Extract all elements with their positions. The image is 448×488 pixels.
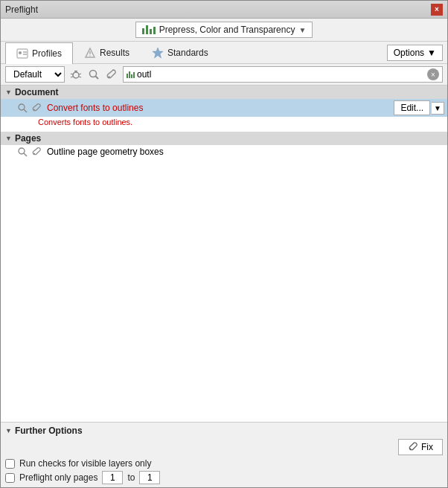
options-label: Options — [394, 48, 424, 58]
preflight-pages-label: Preflight only pages — [19, 472, 97, 483]
fix-label: Fix — [421, 442, 433, 452]
list-item-convert-fonts[interactable]: Convert fonts to outlines Edit... ▼ — [1, 99, 447, 117]
toolbar-icons — [68, 66, 120, 83]
fix-btn-row: Fix — [5, 439, 443, 455]
tab-results-label: Results — [100, 48, 129, 58]
svg-line-16 — [96, 77, 99, 80]
preset-label: Prepress, Color and Transparency — [159, 25, 295, 35]
svg-rect-0 — [17, 49, 28, 58]
pages-arrow: ▼ — [5, 135, 12, 142]
search-icon — [88, 68, 100, 80]
search-small-icon — [17, 103, 28, 113]
convert-fonts-label: Convert fonts to outlines — [47, 103, 389, 113]
options-arrow: ▼ — [427, 48, 436, 58]
bar-chart-icon — [142, 25, 156, 34]
title-bar: Preflight × — [1, 1, 447, 19]
svg-point-17 — [108, 76, 109, 77]
tab-profiles-label: Profiles — [32, 48, 62, 59]
edit-btn-row: Edit... ▼ — [394, 100, 444, 115]
tabs-container: Profiles Results Standards — [5, 42, 220, 63]
fix-button[interactable]: Fix — [398, 439, 443, 455]
edit-button[interactable]: Edit... — [394, 100, 430, 115]
search-input-wrap: × — [123, 66, 443, 83]
options-button[interactable]: Options ▼ — [387, 45, 443, 61]
fix-wrench-icon — [408, 442, 418, 452]
svg-line-13 — [79, 77, 81, 77]
svg-line-11 — [79, 74, 81, 74]
convert-fonts-sub: Converts fonts to outlines. — [1, 117, 447, 129]
list-item-outline-page[interactable]: Outline page geometry boxes — [1, 145, 447, 158]
preset-dropdown[interactable]: Prepress, Color and Transparency ▼ — [135, 22, 313, 38]
further-options-panel: ▼ Further Options Fix Run checks for vis… — [1, 422, 447, 487]
bug-icon — [70, 68, 82, 80]
page-range-row: Preflight only pages to — [5, 471, 443, 484]
svg-line-19 — [24, 109, 27, 112]
wrench-small-icon2 — [32, 147, 42, 157]
search-bar-icon — [127, 71, 135, 78]
bug-icon-btn[interactable] — [68, 66, 84, 83]
tab-standards-label: Standards — [167, 48, 208, 58]
document-section-header[interactable]: ▼ Document — [1, 86, 447, 99]
preset-arrow: ▼ — [298, 26, 306, 34]
page-to-input[interactable] — [139, 471, 160, 484]
svg-point-1 — [19, 51, 22, 54]
page-to-label: to — [127, 472, 135, 483]
search-row: Default — [1, 64, 447, 86]
search-small-icon2 — [17, 147, 28, 157]
run-checks-label: Run checks for visible layers only — [19, 458, 151, 469]
preflight-pages-checkbox[interactable] — [5, 473, 15, 483]
content-area: ▼ Document Convert fonts to outlines Edi… — [1, 86, 447, 422]
tab-results[interactable]: Results — [73, 42, 141, 63]
svg-marker-7 — [153, 48, 163, 58]
tab-profiles[interactable]: Profiles — [5, 42, 73, 64]
svg-point-8 — [73, 72, 79, 78]
further-options-header[interactable]: ▼ Further Options — [5, 426, 443, 436]
tabs-row: Profiles Results Standards Options — [1, 42, 447, 64]
standards-icon — [152, 47, 164, 59]
svg-point-21 — [19, 148, 25, 154]
tab-standards[interactable]: Standards — [141, 42, 220, 63]
results-icon — [84, 47, 96, 59]
svg-line-10 — [71, 74, 73, 74]
profile-select[interactable]: Default — [5, 66, 65, 83]
outline-page-label: Outline page geometry boxes — [47, 147, 443, 157]
wrench-icon — [106, 68, 118, 80]
wrench-small-icon — [32, 103, 42, 113]
svg-point-15 — [90, 71, 97, 77]
close-button[interactable]: × — [431, 4, 443, 16]
document-section-label: Document — [15, 87, 59, 97]
search-input[interactable] — [137, 69, 425, 80]
svg-point-18 — [19, 104, 25, 110]
wrench-icon-btn[interactable] — [103, 66, 120, 83]
preflight-window: Preflight × Prepress, Color and Transpar… — [0, 0, 448, 488]
further-options-arrow: ▼ — [5, 427, 12, 434]
clear-search-button[interactable]: × — [427, 68, 439, 80]
pages-section-label: Pages — [15, 133, 41, 144]
further-options-label: Further Options — [15, 426, 83, 436]
svg-point-20 — [33, 109, 35, 111]
run-checks-checkbox[interactable] — [5, 459, 15, 469]
svg-point-24 — [410, 449, 412, 450]
page-from-input[interactable] — [102, 471, 123, 484]
profiles-icon — [16, 48, 28, 60]
svg-point-6 — [89, 55, 91, 57]
edit-dropdown-button[interactable]: ▼ — [432, 102, 444, 115]
svg-line-12 — [71, 77, 73, 77]
svg-line-22 — [24, 153, 27, 156]
document-arrow: ▼ — [5, 89, 12, 96]
toolbar-row: Prepress, Color and Transparency ▼ — [1, 19, 447, 42]
run-checks-row: Run checks for visible layers only — [5, 458, 443, 469]
window-title: Preflight — [5, 4, 38, 15]
svg-point-23 — [33, 153, 35, 155]
pages-section-header[interactable]: ▼ Pages — [1, 132, 447, 145]
search-icon-btn[interactable] — [86, 66, 102, 83]
